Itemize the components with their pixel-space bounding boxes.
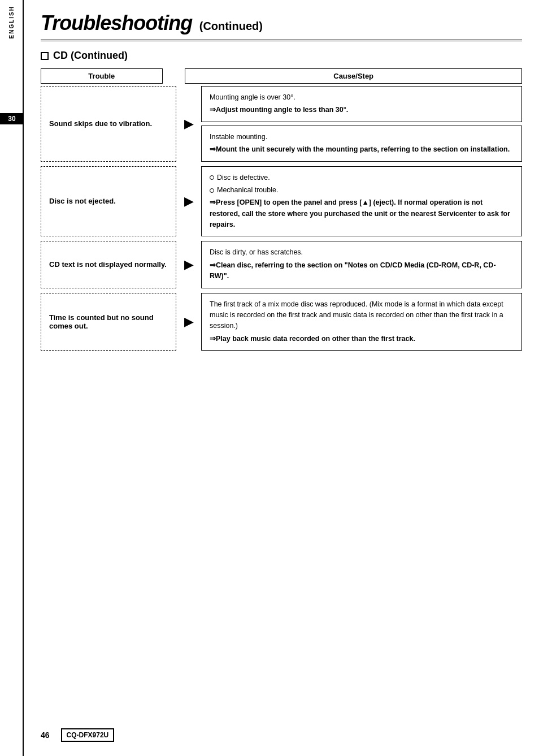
trouble-text-2: Disc is not ejected. bbox=[49, 197, 116, 205]
arrow-icon-2: ▶ bbox=[184, 194, 194, 209]
cause-box-1a: Mounting angle is over 30°. ⇒Adjust moun… bbox=[201, 86, 522, 122]
trouble-table: Trouble Cause/Step bbox=[41, 68, 522, 84]
main-content: Troubleshooting (Continued) CD (Continue… bbox=[24, 0, 539, 372]
arrow-1: ▶ bbox=[176, 86, 201, 162]
trouble-cell-4: Time is counted but no sound comes out. bbox=[41, 293, 176, 351]
cause-box-4: The first track of a mix mode disc was r… bbox=[201, 293, 522, 351]
trouble-text-1: Sound skips due to vibration. bbox=[49, 119, 152, 128]
cause-line-1b: Instable mounting. bbox=[210, 132, 514, 142]
footer-model: CQ-DFX972U bbox=[61, 728, 115, 742]
section-header: CD (Continued) bbox=[41, 50, 522, 62]
trouble-cell-1: Sound skips due to vibration. bbox=[41, 86, 176, 162]
cause-line-4b: ⇒Play back music data recorded on other … bbox=[210, 334, 514, 344]
arrow-icon-3: ▶ bbox=[184, 257, 194, 272]
arrow-icon-4: ▶ bbox=[184, 314, 194, 329]
cause-line-3a: Disc is dirty, or has scratches. bbox=[210, 247, 514, 258]
cause-line-2b: Mechanical trouble. bbox=[210, 185, 514, 196]
table-row: Disc is not ejected. ▶ Disc is defective… bbox=[41, 166, 522, 237]
bullet-open-2 bbox=[210, 188, 214, 193]
col-header-cause: Cause/Step bbox=[185, 69, 522, 84]
cause-line-1b-bold: ⇒Mount the unit securely with the mounti… bbox=[210, 144, 514, 155]
trouble-cell-3: CD text is not displayed normally. bbox=[41, 241, 176, 288]
cause-box-3: Disc is dirty, or has scratches. ⇒Clean … bbox=[201, 241, 522, 288]
sidebar-page-number: 30 bbox=[0, 113, 24, 124]
cause-line-1a: Mounting angle is over 30°. bbox=[210, 92, 514, 103]
page-header: Troubleshooting (Continued) bbox=[41, 11, 522, 41]
footer-page-number: 46 bbox=[41, 731, 50, 740]
arrow-icon-1: ▶ bbox=[184, 116, 194, 131]
trouble-cell-2: Disc is not ejected. bbox=[41, 166, 176, 237]
table-row: Time is counted but no sound comes out. … bbox=[41, 293, 522, 351]
arrow-2: ▶ bbox=[176, 166, 201, 237]
trouble-text-3: CD text is not displayed normally. bbox=[49, 260, 167, 269]
cause-line-2c: ⇒Press [OPEN] to open the panel and pres… bbox=[210, 197, 514, 230]
cause-line-1a-bold: ⇒Adjust mounting angle to less than 30°. bbox=[210, 105, 514, 115]
page-footer: 46 CQ-DFX972U bbox=[24, 728, 539, 742]
bullet-open-1 bbox=[210, 175, 214, 180]
sidebar-label: ENGLISH bbox=[8, 6, 15, 38]
section-icon bbox=[41, 52, 49, 60]
arrow-4: ▶ bbox=[176, 293, 201, 351]
cause-line-2a: Disc is defective. bbox=[210, 172, 514, 183]
cause-box-1b: Instable mounting. ⇒Mount the unit secur… bbox=[201, 126, 522, 162]
cause-line-4a: The first track of a mix mode disc was r… bbox=[210, 299, 514, 332]
section-title: CD (Continued) bbox=[53, 50, 128, 62]
trouble-text-4: Time is counted but no sound comes out. bbox=[49, 313, 168, 330]
cause-box-2: Disc is defective. Mechanical trouble. ⇒… bbox=[201, 166, 522, 237]
page-title: Troubleshooting bbox=[41, 11, 192, 34]
cause-line-3b: ⇒Clean disc, referring to the section on… bbox=[210, 260, 514, 282]
col-header-trouble: Trouble bbox=[41, 69, 163, 84]
arrow-3: ▶ bbox=[176, 241, 201, 288]
table-row: Sound skips due to vibration. ▶ Mounting… bbox=[41, 86, 522, 162]
page-title-continued: (Continued) bbox=[199, 20, 263, 32]
sidebar: ENGLISH 30 bbox=[0, 0, 24, 756]
table-row: CD text is not displayed normally. ▶ Dis… bbox=[41, 241, 522, 288]
page: ENGLISH 30 Troubleshooting (Continued) C… bbox=[0, 0, 539, 756]
